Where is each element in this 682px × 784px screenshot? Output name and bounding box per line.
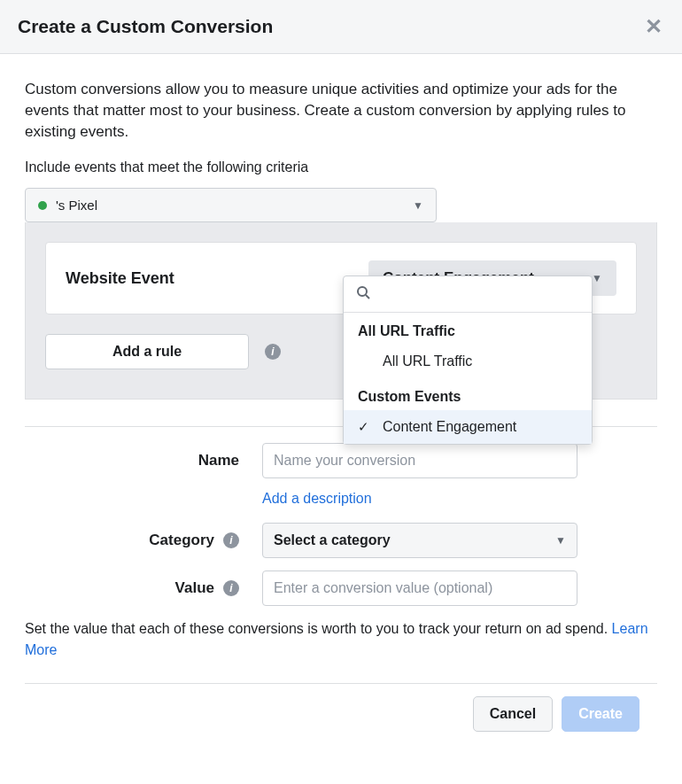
create-button[interactable]: Create — [562, 696, 639, 732]
value-label: Value — [175, 579, 214, 597]
event-dropdown: All URL Traffic All URL Traffic Custom E… — [343, 276, 593, 445]
chevron-down-icon: ▼ — [592, 272, 602, 284]
chevron-down-icon: ▼ — [413, 199, 423, 212]
modal-footer: Cancel Create — [25, 683, 657, 732]
cancel-button[interactable]: Cancel — [473, 696, 553, 732]
category-select[interactable]: Select a category ▼ — [262, 523, 577, 558]
category-field-row: Category i Select a category ▼ — [25, 523, 657, 558]
dropdown-search — [344, 276, 592, 313]
dropdown-item-label: All URL Traffic — [383, 353, 472, 369]
pixel-name: 's Pixel — [56, 198, 97, 213]
svg-point-0 — [358, 287, 367, 296]
dropdown-item-all-url-traffic[interactable]: All URL Traffic — [344, 345, 592, 378]
dropdown-item-content-engagement[interactable]: ✓ Content Engagement — [344, 410, 592, 444]
info-icon[interactable]: i — [223, 580, 239, 596]
category-label: Category — [149, 532, 214, 549]
dropdown-search-input[interactable] — [377, 287, 579, 302]
search-icon — [356, 285, 370, 303]
name-input[interactable] — [262, 443, 577, 478]
include-criteria-label: Include events that meet the following c… — [25, 159, 657, 175]
website-event-label: Website Event — [66, 269, 174, 288]
modal-title: Create a Custom Conversion — [18, 16, 273, 37]
category-placeholder: Select a category — [274, 532, 391, 548]
name-label: Name — [25, 452, 262, 470]
add-rule-button[interactable]: Add a rule — [45, 334, 249, 369]
check-icon: ✓ — [358, 419, 369, 435]
description-text: Custom conversions allow you to measure … — [25, 79, 657, 142]
chevron-down-icon: ▼ — [555, 534, 566, 547]
dropdown-group-header: Custom Events — [344, 378, 592, 410]
pixel-select-value: 's Pixel — [38, 198, 97, 213]
name-field-row: Name — [25, 443, 657, 478]
value-help-body: Set the value that each of these convers… — [25, 621, 612, 636]
info-icon[interactable]: i — [223, 532, 239, 548]
close-icon[interactable]: ✕ — [643, 16, 664, 37]
criteria-container: Website Event Content Engagement ▼ Add a… — [25, 222, 657, 400]
status-dot-icon — [38, 201, 47, 210]
value-field-row: Value i — [25, 571, 657, 606]
info-icon[interactable]: i — [265, 344, 281, 360]
dropdown-group-header: All URL Traffic — [344, 313, 592, 345]
pixel-select[interactable]: 's Pixel ▼ — [25, 188, 437, 222]
value-input[interactable] — [262, 571, 577, 606]
svg-line-1 — [366, 295, 369, 299]
modal-header: Create a Custom Conversion ✕ — [0, 0, 682, 54]
dropdown-item-label: Content Engagement — [383, 419, 516, 435]
modal-body: Custom conversions allow you to measure … — [0, 54, 682, 732]
value-help-text: Set the value that each of these convers… — [25, 618, 657, 659]
add-description-link[interactable]: Add a description — [262, 491, 657, 507]
